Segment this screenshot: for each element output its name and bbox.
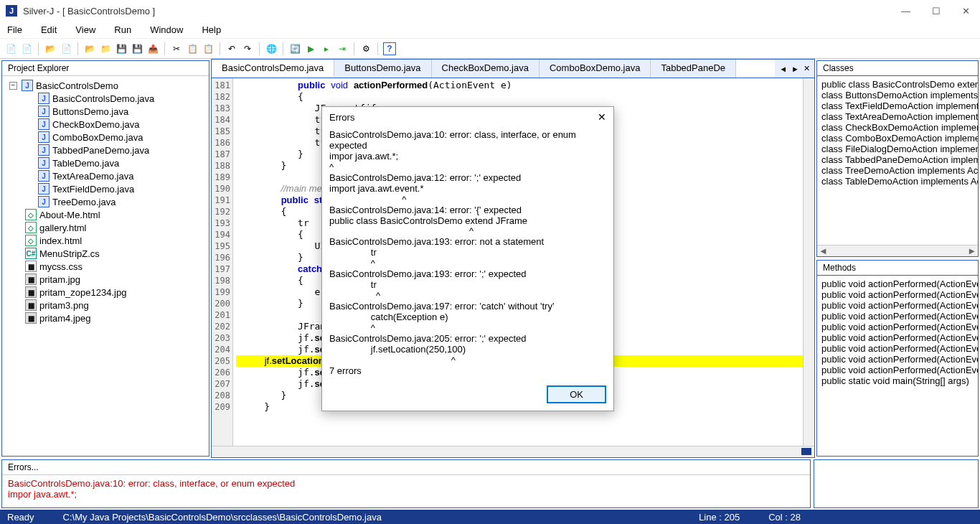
editor-tab[interactable]: ButtonsDemo.java: [334, 60, 431, 78]
menu-run[interactable]: Run: [114, 24, 131, 35]
refresh-icon[interactable]: 🔄: [288, 42, 301, 55]
tree-item[interactable]: JComboBoxDemo.java: [4, 131, 207, 144]
errors-body[interactable]: BasicControlsDemo.java:10: error: class,…: [2, 475, 810, 507]
methods-list[interactable]: public void actionPerformed(ActionEvent …: [817, 276, 978, 456]
maximize-button[interactable]: ☐: [928, 4, 945, 18]
ok-button[interactable]: OK: [547, 385, 606, 403]
save-all-icon[interactable]: 💾: [131, 42, 143, 55]
editor-vscroll[interactable]: [803, 78, 814, 446]
tree-item[interactable]: JButtonsDemo.java: [4, 105, 207, 118]
menu-bar: File Edit View Run Window Help: [0, 22, 980, 39]
method-item[interactable]: public void actionPerformed(ActionEvent …: [820, 322, 975, 332]
class-item[interactable]: class CheckBoxDemoAction implements A: [820, 122, 975, 133]
method-item[interactable]: public void actionPerformed(ActionEvent …: [820, 279, 975, 289]
method-item[interactable]: public void actionPerformed(ActionEvent …: [820, 300, 975, 311]
globe-icon[interactable]: 🌐: [265, 42, 278, 55]
class-item[interactable]: class TabbedPaneDemoAction implement: [820, 154, 975, 165]
class-item[interactable]: class TreeDemoAction implements Action: [820, 165, 975, 176]
minimize-button[interactable]: —: [897, 4, 915, 18]
redo-icon[interactable]: ↷: [241, 42, 254, 55]
undo-icon[interactable]: ↶: [225, 42, 238, 55]
menu-view[interactable]: View: [75, 24, 95, 35]
tree-item[interactable]: JCheckBoxDemo.java: [4, 118, 207, 131]
open-folder-icon[interactable]: 📂: [83, 42, 96, 55]
dialog-body: BasicControlsDemo.java:10: error: class,…: [322, 127, 613, 381]
method-item[interactable]: public void actionPerformed(ActionEvent …: [820, 332, 975, 343]
step-icon[interactable]: ▸: [320, 42, 333, 55]
class-item[interactable]: public class BasicControlsDemo extend JF: [820, 79, 975, 90]
method-item[interactable]: public void actionPerformed(ActionEvent …: [820, 354, 975, 365]
java-file-icon: J: [38, 93, 50, 104]
close-button[interactable]: ✕: [958, 4, 974, 18]
step-over-icon[interactable]: ⇥: [336, 42, 349, 55]
tree-root[interactable]: − J BasicControlsDemo: [4, 79, 207, 92]
dialog-close-icon[interactable]: ✕: [598, 111, 606, 123]
app-icon: J: [6, 5, 17, 17]
tree-item[interactable]: JTreeDemo.java: [4, 195, 207, 208]
dialog-title: Errors: [329, 112, 598, 123]
editor-tab[interactable]: BasicControlsDemo.java: [212, 60, 334, 78]
menu-file[interactable]: File: [7, 24, 22, 35]
tab-scroll-right-icon[interactable]: ►: [790, 65, 801, 73]
class-item[interactable]: class FileDialogDemoAction implements A: [820, 144, 975, 154]
tree-item[interactable]: JBasicControlsDemo.java: [4, 92, 207, 105]
tree-item[interactable]: ▦pritam3.png: [4, 299, 207, 312]
menu-help[interactable]: Help: [202, 24, 221, 35]
java-file-icon: J: [38, 131, 50, 143]
java-project-icon: J: [22, 80, 33, 91]
run-icon[interactable]: ▶: [304, 42, 317, 55]
menu-edit[interactable]: Edit: [41, 24, 57, 35]
cut-icon[interactable]: ✂: [170, 42, 183, 55]
open-icon[interactable]: 📂: [44, 42, 57, 55]
class-item[interactable]: class ButtonsDemoAction implements Acti: [820, 90, 975, 100]
new-icon[interactable]: 📄: [4, 42, 17, 55]
project-explorer-panel: Project Explorer − J BasicControlsDemo J…: [1, 60, 209, 457]
settings-icon[interactable]: ⚙: [359, 42, 372, 55]
method-item[interactable]: public void actionPerformed(ActionEvent …: [820, 311, 975, 322]
help-icon[interactable]: ?: [383, 42, 396, 55]
tab-close-icon[interactable]: ✕: [802, 64, 811, 73]
save-icon[interactable]: 💾: [115, 42, 128, 55]
export-icon[interactable]: 📤: [146, 42, 159, 55]
window-title: Silver-J - [ BasicControlsDemo ]: [23, 6, 897, 17]
tree-item[interactable]: ▦pritam.jpg: [4, 273, 207, 286]
editor-tab[interactable]: TabbedPaneDe: [651, 60, 736, 78]
tree-item[interactable]: ▦pritam_zope1234.jpg: [4, 286, 207, 299]
editor-tab[interactable]: ComboBoxDemo.java: [540, 60, 651, 78]
tree-item[interactable]: JTextAreaDemo.java: [4, 169, 207, 182]
class-item[interactable]: class TextAreaDemoAction implements Ac: [820, 111, 975, 122]
method-item[interactable]: public void actionPerformed(ActionEvent …: [820, 365, 975, 375]
classes-hscroll[interactable]: ◄►: [817, 245, 978, 256]
tree-item[interactable]: JTabbedPaneDemo.java: [4, 144, 207, 156]
copy-icon[interactable]: 📋: [186, 42, 199, 55]
class-item[interactable]: class TextFieldDemoAction implements Ac: [820, 100, 975, 111]
tree-item[interactable]: JTableDemo.java: [4, 156, 207, 169]
editor-hscroll[interactable]: [212, 446, 814, 457]
folder-icon[interactable]: 📁: [99, 42, 112, 55]
tree-item[interactable]: ◇About-Me.html: [4, 208, 207, 221]
collapse-icon[interactable]: −: [9, 82, 17, 90]
menu-window[interactable]: Window: [150, 24, 183, 35]
classes-list[interactable]: public class BasicControlsDemo extend JF…: [817, 76, 978, 245]
paste-icon[interactable]: 📋: [202, 42, 215, 55]
tree-item[interactable]: JTextFieldDemo.java: [4, 182, 207, 195]
method-item[interactable]: public static void main(String[] args): [820, 375, 975, 386]
project-tree[interactable]: − J BasicControlsDemo JBasicControlsDemo…: [2, 76, 209, 456]
editor-tab[interactable]: CheckBoxDemo.java: [432, 60, 540, 78]
title-bar: J Silver-J - [ BasicControlsDemo ] — ☐ ✕: [0, 0, 980, 22]
tree-item[interactable]: ▦mycss.css: [4, 260, 207, 273]
class-item[interactable]: class TableDemoAction implements Actio: [820, 176, 975, 187]
new-folder-icon[interactable]: 📄: [20, 42, 33, 55]
image-file-icon: ▦: [25, 299, 37, 311]
method-item[interactable]: public void actionPerformed(ActionEvent …: [820, 289, 975, 300]
tree-item[interactable]: ◇index.html: [4, 234, 207, 247]
add-file-icon[interactable]: 📄: [60, 42, 72, 55]
method-item[interactable]: public void actionPerformed(ActionEvent …: [820, 343, 975, 354]
image-file-icon: ▦: [25, 286, 37, 298]
tree-item[interactable]: C#MenuStripZ.cs: [4, 247, 207, 260]
image-file-icon: ▦: [25, 273, 37, 285]
class-item[interactable]: class ComboBoxDemoAction implements A: [820, 133, 975, 144]
tree-item[interactable]: ◇gallery.html: [4, 221, 207, 234]
tree-item[interactable]: ▦pritam4.jpeg: [4, 312, 207, 324]
tab-scroll-left-icon[interactable]: ◄: [778, 65, 788, 73]
